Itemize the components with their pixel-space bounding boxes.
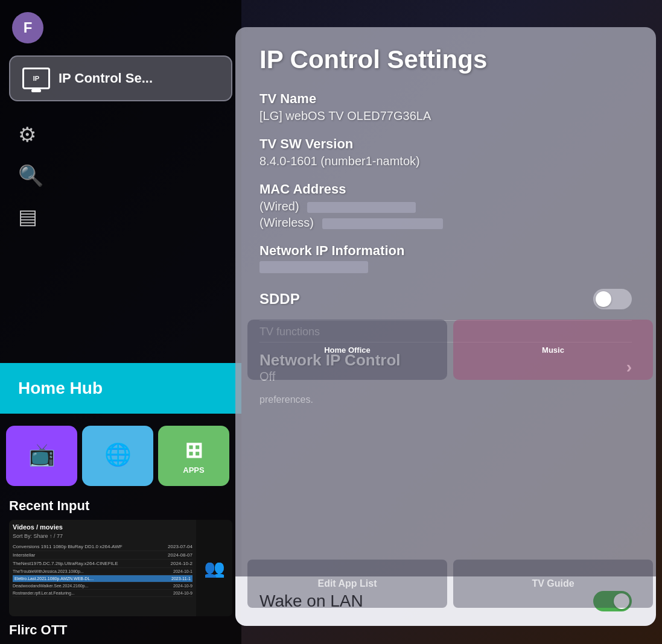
network-ip-value — [259, 261, 632, 276]
search-icon[interactable]: 🔍 — [18, 163, 223, 188]
tv-sw-label: TV SW Version — [259, 136, 632, 152]
sddp-toggle[interactable] — [593, 289, 632, 309]
settings-icon[interactable]: ⚙ — [18, 122, 223, 147]
thumb-list: Conversions 1911 1080p BluRay DD1.0 x264… — [13, 543, 193, 597]
list-item: TheTroubleWithJessica.2023.1080p...2024-… — [13, 568, 193, 575]
bg-music-tile: Music — [453, 320, 653, 380]
mac-wireless: (Wireless) — [259, 216, 632, 230]
preferences-label: preferences. — [259, 392, 632, 405]
edit-app-list-label: Edit App List — [317, 578, 377, 589]
home-office-label: Home Office — [324, 346, 371, 355]
list-icon[interactable]: ▤ — [18, 204, 223, 229]
tv-sw-value: 8.4.0-1601 (number1-namtok) — [259, 154, 632, 168]
music-label: Music — [542, 346, 564, 355]
apps-label: APPS — [183, 466, 204, 475]
mac-wireless-value — [322, 218, 443, 229]
app-twitch[interactable]: 📺 — [6, 426, 77, 486]
bg-app-row: Home Office Music — [247, 320, 653, 380]
list-item: Conversions 1911 1080p BluRay DD1.0 x264… — [13, 543, 193, 551]
apps-icon: ⊞ — [185, 438, 203, 463]
mac-wired-value — [307, 202, 416, 213]
network-ip-label: Network IP Information — [259, 243, 632, 259]
mac-wireless-label: (Wireless) — [259, 216, 314, 229]
avatar[interactable]: F — [12, 12, 43, 43]
twitch-icon: 📺 — [28, 442, 56, 467]
apps-row: 📺 🌐 ⊞ APPS — [0, 426, 241, 486]
mac-section: MAC Address (Wired) (Wireless) — [259, 182, 632, 230]
tv-sw-section: TV SW Version 8.4.0-1601 (number1-namtok… — [259, 136, 632, 168]
list-item: Rostrander.rpfl.Ler.at.Featuring...2024-… — [13, 590, 193, 597]
sidebar: F IP IP Control Se... ⚙ 🔍 ▤ Home Hub 📺 🌐… — [0, 0, 241, 644]
sidebar-icon-row: ⚙ 🔍 ▤ — [0, 110, 241, 363]
sddp-label: SDDP — [259, 291, 300, 308]
thumb-icon-area: 👥 — [196, 520, 232, 616]
home-hub-button[interactable]: Home Hub — [0, 363, 241, 414]
home-hub-label: Home Hub — [18, 379, 103, 398]
ip-control-button[interactable]: IP IP Control Se... — [9, 55, 232, 101]
web-icon: 🌐 — [104, 442, 132, 467]
tv-name-value: [LG] webOS TV OLED77G36LA — [259, 109, 632, 123]
list-item: Interstellar2024-08-07 — [13, 551, 193, 560]
bg-bottom-bar: Edit App List TV Guide — [247, 560, 653, 608]
network-ip-value-blurred — [259, 261, 368, 273]
ip-icon-text: IP — [33, 75, 39, 82]
mac-wired: (Wired) — [259, 200, 632, 213]
panel-title: IP Control Settings — [259, 45, 632, 74]
tv-guide-tile: TV Guide — [453, 560, 653, 608]
edit-app-list-tile: Edit App List — [247, 560, 447, 608]
thumb-left: Videos / movies Sort By: Share ↑ / 77 Co… — [9, 520, 196, 616]
tv-guide-label: TV Guide — [532, 578, 574, 589]
mac-label: MAC Address — [259, 182, 632, 197]
list-item: TheNest1975.DC.7.2tip.UltraRay.x264-CINE… — [13, 560, 193, 568]
tv-name-section: TV Name [LG] webOS TV OLED77G36LA — [259, 91, 632, 123]
mac-wired-label: (Wired) — [259, 200, 299, 213]
people-icon: 👥 — [204, 558, 225, 578]
flirc-label: Flirc OTT — [0, 616, 241, 638]
list-item: DeadwoodandWalker.See.2024.2160p...2024-… — [13, 582, 193, 590]
recent-input-label: Recent Input — [0, 498, 241, 520]
thumb-title: Videos / movies — [13, 523, 193, 531]
ip-control-label: IP Control Se... — [59, 71, 153, 86]
thumb-subtitle: Sort By: Share ↑ / 77 — [13, 533, 193, 539]
bg-home-office-tile: Home Office — [247, 320, 447, 380]
ip-icon: IP — [22, 68, 50, 89]
tv-name-label: TV Name — [259, 91, 632, 107]
list-item-active: Elettro.Last.2021.1080p.AMZN.WEB-DL...20… — [13, 575, 193, 582]
app-apps[interactable]: ⊞ APPS — [158, 426, 229, 486]
recent-input-thumbnail[interactable]: Videos / movies Sort By: Share ↑ / 77 Co… — [9, 520, 232, 616]
app-web[interactable]: 🌐 — [82, 426, 153, 486]
network-ip-section: Network IP Information — [259, 243, 632, 276]
sddp-row: SDDP — [259, 289, 632, 309]
